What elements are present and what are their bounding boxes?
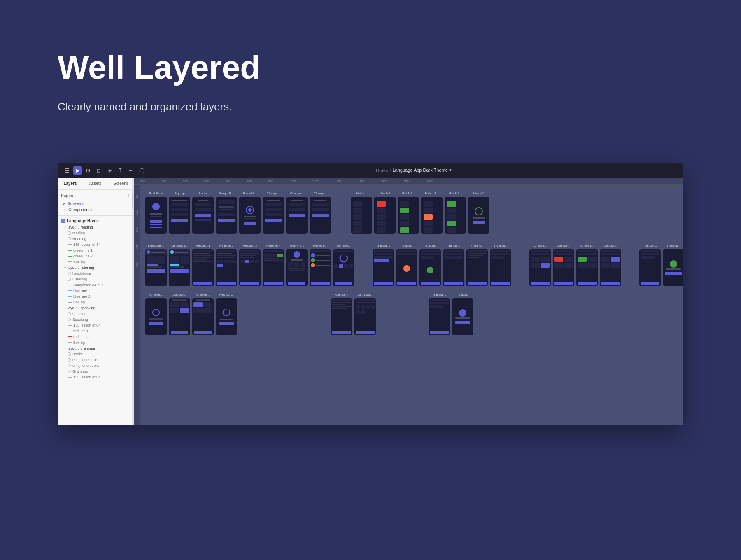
tab-layers[interactable]: Layers: [58, 178, 83, 189]
canvas[interactable]: 300 400 500 600 700 800 900 1000 1100 12…: [134, 178, 683, 425]
layer-red-2[interactable]: red line 2: [58, 334, 133, 340]
screen-change-2[interactable]: [286, 197, 308, 234]
screen-choose-wd-2[interactable]: [169, 298, 190, 335]
screen-choose-wd-3[interactable]: [192, 298, 214, 335]
cursor-tool[interactable]: ▶: [73, 166, 82, 175]
layer-blue-1[interactable]: blue line 1: [58, 288, 133, 294]
menu-icon[interactable]: ☰: [63, 166, 71, 175]
component-tool[interactable]: ◈: [105, 166, 114, 175]
screen-translate-3[interactable]: [419, 249, 441, 286]
screen-translate-5[interactable]: [466, 249, 488, 286]
screen-friends[interactable]: [310, 249, 331, 286]
circle-icon: [68, 278, 71, 281]
tab-assets[interactable]: Assets: [83, 178, 108, 189]
comment-tool[interactable]: ◯: [137, 166, 146, 175]
ruler-label: 800: [247, 180, 252, 183]
layer-Listening[interactable]: Listening: [58, 276, 133, 282]
layer-layout-speaking[interactable]: ▾ layout / speaking: [58, 305, 133, 311]
layer-green-1[interactable]: green line 1: [58, 247, 133, 253]
screen-login[interactable]: [192, 197, 214, 234]
screen-language-home-1[interactable]: [145, 249, 167, 286]
screen-translate-2-1[interactable]: [639, 249, 661, 286]
layer-reading-1[interactable]: reading: [58, 230, 133, 236]
scroll-thumb[interactable]: [132, 191, 133, 207]
screen-translate-4[interactable]: [443, 249, 464, 286]
screen-choose-wd-1[interactable]: [145, 298, 167, 335]
screen-choose-set-1[interactable]: [331, 298, 352, 335]
screen-reading-2[interactable]: [216, 249, 237, 286]
gap-6: [382, 293, 423, 335]
screen-your-profile[interactable]: [286, 249, 308, 286]
screen-match-6[interactable]: [468, 197, 489, 234]
layer-135-lesson[interactable]: 135 lesson of 84: [58, 242, 133, 247]
layer-layout-listening[interactable]: ▾ layout / listening: [58, 265, 133, 271]
screen-match-3[interactable]: [398, 197, 419, 234]
layer-name: blue line 2: [73, 294, 90, 299]
page-components[interactable]: Components: [61, 207, 130, 213]
sidebar-tabs: Layers Assets Screens: [58, 178, 133, 190]
screen-reading-4[interactable]: [263, 249, 284, 286]
layer-Speaking[interactable]: Speaking: [58, 317, 133, 322]
layer-red-1[interactable]: red line 1: [58, 328, 133, 334]
screen-set-word[interactable]: [354, 298, 376, 335]
layer-layout-grammar[interactable]: ▾ layout / grammar: [58, 345, 133, 351]
layer-emoji-books-1[interactable]: emoji:one:books: [58, 357, 133, 363]
screen-translate-3-1[interactable]: [429, 298, 450, 335]
page-screens[interactable]: ✓ Screens: [61, 201, 130, 207]
shape-tool[interactable]: ◻: [95, 166, 103, 175]
ruler-label: 600: [204, 180, 209, 183]
screen-translate-6[interactable]: [490, 249, 511, 286]
screen-signup[interactable]: [169, 197, 190, 234]
layer-Grammar[interactable]: Grammar: [58, 369, 133, 374]
page-screens-label: Screens: [68, 201, 84, 206]
layer-headphone[interactable]: headphone: [58, 271, 133, 276]
screen-match-4[interactable]: [421, 197, 443, 234]
layer-layout-reading[interactable]: ▾ layout / reading: [58, 224, 133, 230]
screen-forgot-p[interactable]: [216, 197, 237, 234]
check-icon: ✓: [63, 201, 66, 206]
screen-translate-2[interactable]: [396, 249, 417, 286]
layer-green-2[interactable]: green line 2: [58, 253, 133, 259]
breadcrumb-current[interactable]: Language App Dark Theme ▾: [393, 168, 452, 173]
screen-choose-1[interactable]: [529, 249, 551, 286]
screen-first-page[interactable]: [145, 197, 167, 234]
screen-achievements[interactable]: [333, 249, 354, 286]
layer-box-bg-listening[interactable]: Box bg: [58, 299, 133, 305]
layer-135-lesson-grammar[interactable]: 135 lesson of 84: [58, 374, 133, 380]
screen-label: Change...: [310, 191, 331, 195]
breadcrumb-prefix: Drafts: [376, 168, 388, 173]
screen-match-5[interactable]: [445, 197, 466, 234]
screen-choose-3[interactable]: [576, 249, 598, 286]
screen-label: Choose...: [576, 244, 598, 247]
frame-tool[interactable]: ⊡: [84, 166, 92, 175]
text-tool[interactable]: T: [116, 166, 124, 175]
screen-translate-1[interactable]: [373, 249, 394, 286]
screen-reading-1[interactable]: [192, 249, 214, 286]
gap-3: [517, 244, 524, 286]
screen-match-1[interactable]: [351, 197, 372, 234]
add-page-button[interactable]: +: [127, 192, 130, 199]
screen-choose-2[interactable]: [553, 249, 574, 286]
screen-choose-4[interactable]: [600, 249, 621, 286]
screen-match-2[interactable]: [374, 197, 396, 234]
layer-135-lesson-speak[interactable]: 135 lesson of 84: [58, 322, 133, 328]
layer-speaker[interactable]: speaker: [58, 311, 133, 317]
layer-box-bg-speaking[interactable]: Box bg: [58, 340, 133, 345]
screen-translate-2-2[interactable]: [663, 249, 683, 286]
screen-forgot-f[interactable]: [239, 197, 261, 234]
layer-Books[interactable]: Books: [58, 351, 133, 357]
layer-Reading[interactable]: Reading: [58, 236, 133, 242]
screen-reading-3[interactable]: [239, 249, 261, 286]
screen-well-done[interactable]: [216, 298, 237, 335]
layer-completed[interactable]: Completed 84 of 135: [58, 282, 133, 288]
pen-tool[interactable]: ✒: [127, 166, 135, 175]
layer-box-bg-reading[interactable]: Box bg: [58, 259, 133, 265]
layer-emoji-books-2[interactable]: emoji:one:books: [58, 363, 133, 369]
layer-group-language-home[interactable]: Language Home: [58, 217, 133, 224]
screen-language-home-2[interactable]: [169, 249, 190, 286]
screen-change-1[interactable]: [263, 197, 284, 234]
screen-change-3[interactable]: [310, 197, 331, 234]
layer-blue-2[interactable]: blue line 2: [58, 294, 133, 299]
screen-translate-3-2[interactable]: [452, 298, 473, 335]
tab-screens[interactable]: Screens: [108, 178, 133, 189]
